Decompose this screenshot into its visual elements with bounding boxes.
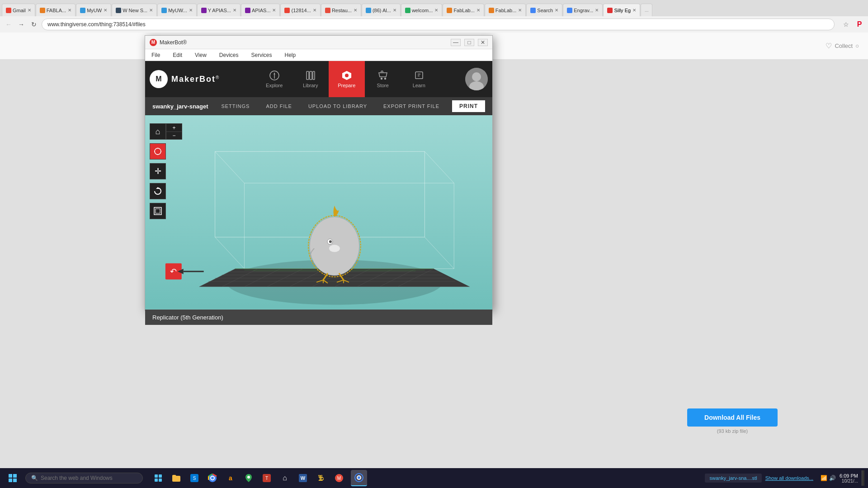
taskbar-amazon[interactable]: a xyxy=(222,470,239,486)
print-button[interactable]: PRINT xyxy=(452,100,485,112)
tab-close-inbox[interactable]: ✕ xyxy=(313,8,316,13)
tab-al[interactable]: (86) Al... ✕ xyxy=(362,4,401,16)
tab-close-sillyeg[interactable]: ✕ xyxy=(632,8,636,13)
tab-close-yahoo[interactable]: ✕ xyxy=(233,8,236,13)
taskbar-winrar[interactable]: 🗜 xyxy=(313,470,329,486)
main-toolbar: M MakerBot® Explore xyxy=(145,61,492,97)
tab-extra[interactable]: ... xyxy=(641,4,652,16)
translate-button[interactable]: ✛ xyxy=(150,163,166,179)
tab-myuw2[interactable]: MyUW... ✕ xyxy=(157,4,197,16)
maximize-button[interactable]: □ xyxy=(464,39,474,46)
menu-devices[interactable]: Devices xyxy=(217,51,241,59)
taskbar-file-explorer[interactable] xyxy=(168,470,184,486)
taskbar-search-bar[interactable]: 🔍 xyxy=(25,473,143,483)
taskbar-browser-running[interactable] xyxy=(351,470,367,486)
taskbar-maps[interactable] xyxy=(241,470,257,486)
download-all-button[interactable]: Download All Files xyxy=(687,408,778,427)
close-button[interactable]: ✕ xyxy=(478,39,488,46)
move-tool-button[interactable] xyxy=(150,143,166,160)
taskbar-word[interactable]: W xyxy=(295,470,311,486)
network-icon[interactable]: 📶 xyxy=(821,475,827,481)
svg-text:↶: ↶ xyxy=(170,267,177,276)
toolbar-prepare-button[interactable]: Prepare xyxy=(329,61,365,97)
tab-search[interactable]: Search ✕ xyxy=(526,4,562,16)
back-button[interactable]: ← xyxy=(4,19,14,29)
settings-button[interactable]: SETTINGS xyxy=(217,102,253,111)
tab-fablab2[interactable]: FabLab... ✕ xyxy=(443,4,484,16)
tab-close-welcome[interactable]: ✕ xyxy=(434,8,438,13)
taskbar-tortoisesvn[interactable]: T xyxy=(259,470,275,486)
address-input[interactable] xyxy=(42,19,835,30)
makerbot-window: M MakerBot® — □ ✕ File Edit View Devices… xyxy=(145,35,493,311)
tab-myuw1[interactable]: MyUW ✕ xyxy=(76,4,111,16)
tab-close-apiase[interactable]: ✕ xyxy=(272,8,276,13)
viewport[interactable]: ↶ ⌂ + − ✛ xyxy=(145,115,492,310)
download-notification[interactable]: swanky_jarv-sna....stl xyxy=(705,474,761,483)
export-print-button[interactable]: EXPORT PRINT FILE xyxy=(380,102,443,111)
tab-fablab1[interactable]: FABLA... ✕ xyxy=(36,4,75,16)
tab-welcome[interactable]: welcom... ✕ xyxy=(401,4,442,16)
download-subtitle: (93 kb zip file) xyxy=(687,428,778,434)
tab-label-myuw1: MyUW xyxy=(87,8,102,13)
taskbar-store[interactable]: S xyxy=(186,470,203,486)
menu-view[interactable]: View xyxy=(192,51,209,59)
start-button[interactable] xyxy=(4,469,22,487)
show-desktop-button[interactable] xyxy=(862,470,864,486)
volume-icon[interactable]: 🔊 xyxy=(829,475,836,481)
reload-button[interactable]: ↻ xyxy=(29,19,39,29)
minimize-button[interactable]: — xyxy=(451,39,461,46)
tab-close-myuw2[interactable]: ✕ xyxy=(189,8,193,13)
browser-running-icon xyxy=(354,473,363,482)
tab-close-restaurant[interactable]: ✕ xyxy=(354,8,357,13)
tab-close-gmail[interactable]: ✕ xyxy=(28,8,31,13)
toolbar-library-button[interactable]: Library xyxy=(292,61,329,97)
toolbar-explore-button[interactable]: Explore xyxy=(256,61,292,97)
menu-help[interactable]: Help xyxy=(282,51,299,59)
tab-label-apiase: APIAS... xyxy=(252,8,271,13)
taskbar-mendeley[interactable]: M xyxy=(331,470,347,486)
tab-favicon-yahoo xyxy=(201,8,207,13)
zoom-in-button[interactable]: + xyxy=(166,123,182,131)
scale-icon xyxy=(153,206,162,216)
scale-button[interactable] xyxy=(150,203,166,219)
add-file-button[interactable]: ADD FILE xyxy=(262,102,296,111)
tab-apiase[interactable]: APIAS... ✕ xyxy=(241,4,280,16)
tab-close-al[interactable]: ✕ xyxy=(393,8,396,13)
clock-display[interactable]: 6:09 PM 10/21/... xyxy=(840,473,858,483)
tab-sillyeg[interactable]: Silly Eg ✕ xyxy=(603,4,640,16)
show-all-downloads[interactable]: Show all downloads... xyxy=(765,475,813,481)
tab-inbox[interactable]: (12814... ✕ xyxy=(280,4,320,16)
collect-button[interactable]: ♡ Collect ○ xyxy=(826,42,859,50)
taskbar-home[interactable]: ⌂ xyxy=(277,470,293,486)
menu-services[interactable]: Services xyxy=(249,51,275,59)
tab-close-fablab1[interactable]: ✕ xyxy=(68,8,71,13)
tab-close-new1[interactable]: ✕ xyxy=(149,8,153,13)
tab-new1[interactable]: W New S... ✕ xyxy=(112,4,157,16)
tab-gmail[interactable]: Gmail ✕ xyxy=(2,4,35,16)
toolbar-store-button[interactable]: Store xyxy=(365,61,401,97)
taskbar-search-input[interactable] xyxy=(41,475,131,481)
tab-engrav[interactable]: Engrav... ✕ xyxy=(563,4,603,16)
tab-close-fablab2[interactable]: ✕ xyxy=(476,8,480,13)
tab-close-myuw1[interactable]: ✕ xyxy=(104,8,107,13)
home-view-button[interactable]: ⌂ xyxy=(150,123,166,140)
tab-close-engrav[interactable]: ✕ xyxy=(595,8,599,13)
menu-file[interactable]: File xyxy=(149,51,163,59)
pinterest-icon[interactable]: P xyxy=(854,19,864,29)
tab-close-fablab3[interactable]: ✕ xyxy=(518,8,522,13)
tab-restaurant[interactable]: Restau... ✕ xyxy=(321,4,361,16)
tab-fablab3[interactable]: FabLab... ✕ xyxy=(485,4,526,16)
rotate-button[interactable] xyxy=(150,183,166,199)
taskbar-chrome[interactable] xyxy=(204,470,221,486)
tab-yahoo[interactable]: Y APIAS... ✕ xyxy=(197,4,241,16)
bookmark-icon[interactable]: ☆ xyxy=(841,19,851,29)
zoom-out-button[interactable]: − xyxy=(166,131,182,140)
upload-library-button[interactable]: UPLOAD TO LIBRARY xyxy=(305,102,371,111)
taskbar-task-view[interactable] xyxy=(150,470,166,486)
tab-close-search[interactable]: ✕ xyxy=(555,8,558,13)
svg-text:T: T xyxy=(265,476,268,481)
forward-button[interactable]: → xyxy=(16,19,26,29)
profile-avatar[interactable] xyxy=(465,68,488,90)
menu-edit[interactable]: Edit xyxy=(170,51,185,59)
toolbar-learn-button[interactable]: Learn xyxy=(401,61,437,97)
